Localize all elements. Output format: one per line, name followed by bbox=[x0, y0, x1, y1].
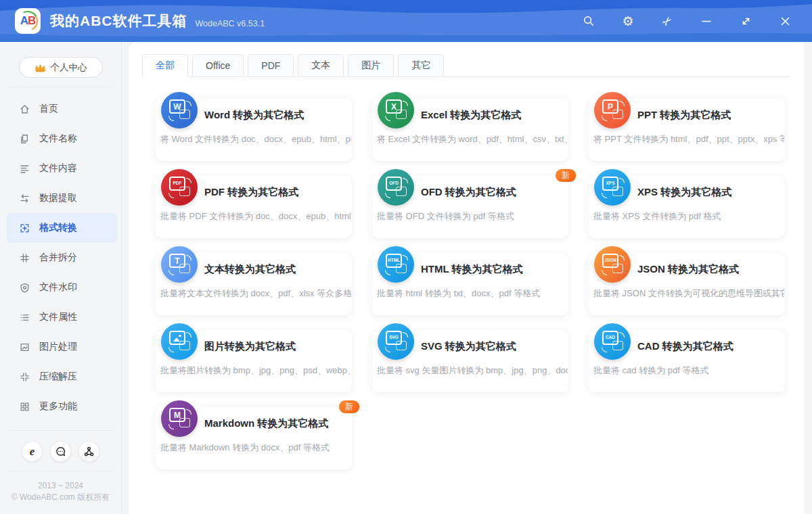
tab-label: PDF bbox=[261, 60, 280, 71]
boss-key-button[interactable]: ✂ bbox=[660, 14, 674, 28]
sidebar-item-label: 文件内容 bbox=[39, 162, 77, 174]
tab-other[interactable]: 其它 bbox=[398, 54, 444, 77]
sidebar-item-watermark[interactable]: 文件水印 bbox=[7, 273, 117, 302]
tab-text[interactable]: 文本 bbox=[298, 54, 344, 77]
sidebar-nav: 首页 文件名称 文件内容 数据提取 格式转换 合并拆分 文件水印 文件属性 图片… bbox=[0, 94, 121, 421]
format-chip-icon: PDF bbox=[169, 177, 185, 191]
sidebar-item-label: 文件名称 bbox=[39, 133, 77, 145]
compress-icon bbox=[19, 371, 30, 383]
sidebar-item-home[interactable]: 首页 bbox=[7, 94, 117, 124]
card-description: 批量将 JSON 文件转换为可视化的思维导图或其它格 bbox=[593, 287, 784, 300]
card-description: 将 Excel 文件转换为 word、pdf、html、csv、txt、s bbox=[377, 133, 568, 145]
home-icon bbox=[19, 103, 30, 115]
card-svg[interactable]: SVG SVG 转换为其它格式 批量将 svg 矢量图片转换为 bmp、jpg、… bbox=[372, 330, 568, 392]
card-pdf[interactable]: PDF PDF 转换为其它格式 批量将 PDF 文件转换为 doc、docx、e… bbox=[156, 176, 352, 238]
card-text[interactable]: T 文本转换为其它格式 批量将文本文件转换为 docx、pdf、xlsx 等众多… bbox=[156, 253, 352, 315]
convert-arrow-icon bbox=[602, 347, 607, 352]
tab-label: 全部 bbox=[156, 60, 175, 72]
sidebar-item-data-extract[interactable]: 数据提取 bbox=[7, 183, 117, 213]
convert-arrow-icon bbox=[602, 270, 607, 275]
card-title: HTML 转换为其它格式 bbox=[421, 263, 523, 276]
share-button[interactable] bbox=[78, 441, 99, 462]
feedback-button[interactable] bbox=[50, 441, 71, 462]
card-title: SVG 转换为其它格式 bbox=[421, 340, 516, 353]
minimize-icon bbox=[701, 16, 712, 26]
tab-pdf[interactable]: PDF bbox=[248, 54, 294, 77]
tab-label: 其它 bbox=[411, 60, 430, 72]
convert-arrow-icon bbox=[403, 178, 408, 183]
sidebar-item-label: 合并拆分 bbox=[39, 252, 77, 264]
settings-button[interactable]: ⚙ bbox=[621, 14, 635, 28]
image-process-icon bbox=[19, 342, 30, 353]
card-json[interactable]: JSON JSON 转换为其它格式 批量将 JSON 文件转换为可视化的思维导图… bbox=[589, 253, 785, 315]
chat-bubble-icon bbox=[55, 446, 66, 457]
card-title: 图片转换为其它格式 bbox=[204, 340, 296, 353]
minimize-button[interactable] bbox=[700, 14, 713, 28]
close-button[interactable] bbox=[778, 14, 792, 28]
tab-image[interactable]: 图片 bbox=[348, 54, 394, 77]
convert-arrow-icon bbox=[168, 116, 174, 121]
format-chip-icon: P bbox=[602, 99, 618, 114]
sidebar-item-file-content[interactable]: 文件内容 bbox=[7, 154, 117, 183]
sidebar-item-label: 格式转换 bbox=[39, 222, 77, 234]
card-ofd[interactable]: OFD OFD 转换为其它格式 批量将 OFD 文件转换为 pdf 等格式 新 bbox=[372, 176, 568, 238]
maximize-button[interactable] bbox=[739, 14, 752, 28]
file-content-icon bbox=[19, 163, 30, 174]
card-ppt[interactable]: P PPT 转换为其它格式 将 PPT 文件转换为 html、pdf、ppt、p… bbox=[589, 99, 785, 161]
card-image[interactable]: 图片转换为其它格式 批量将图片转换为 bmp、jpg、png、psd、webp、 bbox=[156, 330, 352, 392]
convert-arrow-icon bbox=[186, 101, 191, 106]
logo-ring-icon bbox=[15, 8, 41, 34]
sidebar-item-compress[interactable]: 压缩解压 bbox=[7, 362, 117, 392]
sidebar-item-file-props[interactable]: 文件属性 bbox=[7, 302, 117, 332]
window-controls: ⚙ ✂ bbox=[582, 14, 797, 28]
card-word[interactable]: W Word 转换为其它格式 将 Word 文件转换为 doc、docx、epu… bbox=[156, 99, 352, 161]
format-chip-icon: HTML bbox=[386, 254, 402, 268]
sidebar: 个人中心 首页 文件名称 文件内容 数据提取 格式转换 合并拆分 文件水印 文件… bbox=[0, 42, 129, 514]
ie-browser-icon: e bbox=[30, 445, 35, 459]
sidebar-item-merge-split[interactable]: 合并拆分 bbox=[7, 243, 117, 273]
watermark-icon bbox=[19, 282, 30, 294]
convert-arrow-icon bbox=[403, 332, 408, 337]
format-chip-icon: XPS bbox=[602, 177, 618, 191]
search-icon bbox=[583, 15, 595, 27]
sidebar-item-image-process[interactable]: 图片处理 bbox=[7, 332, 117, 362]
sidebar-footer: 2013 ~ 2024 © WodeABC.com 版权所有 bbox=[0, 480, 121, 503]
copyright-text: © WodeABC.com 版权所有 bbox=[0, 492, 121, 503]
card-title: PDF 转换为其它格式 bbox=[204, 186, 298, 199]
format-chip-icon bbox=[169, 331, 185, 345]
card-cad[interactable]: CAD CAD 转换为其它格式 批量将 cad 转换为 pdf 等格式 bbox=[589, 330, 785, 392]
tab-all[interactable]: 全部 bbox=[142, 54, 188, 77]
card-markdown[interactable]: M Markdown 转换为其它格式 批量将 Markdown 转换为 docx… bbox=[156, 407, 352, 469]
sidebar-item-more-features[interactable]: 更多功能 bbox=[7, 392, 117, 421]
app-version: WodeABC v6.53.1 bbox=[196, 19, 265, 28]
sidebar-item-file-name[interactable]: 文件名称 bbox=[7, 124, 117, 154]
tab-label: 图片 bbox=[361, 60, 380, 72]
titlebar: AB 我的ABC软件工具箱 WodeABC v6.53.1 ⚙ ✂ bbox=[0, 0, 812, 42]
card-description: 批量将 XPS 文件转换为 pdf 格式 bbox=[593, 210, 784, 223]
search-button[interactable] bbox=[582, 14, 595, 28]
card-excel[interactable]: X Excel 转换为其它格式 将 Excel 文件转换为 word、pdf、h… bbox=[372, 99, 568, 161]
card-xps[interactable]: XPS XPS 转换为其它格式 批量将 XPS 文件转换为 pdf 格式 bbox=[589, 176, 785, 238]
main-panel: 全部 Office PDF 文本 图片 其它 W Word 转换为其它格式 将 … bbox=[129, 42, 804, 514]
scissors-icon: ✂ bbox=[660, 14, 675, 28]
convert-arrow-icon bbox=[168, 424, 174, 429]
personal-center-button[interactable]: 个人中心 bbox=[19, 57, 103, 78]
personal-center-label: 个人中心 bbox=[51, 62, 87, 74]
data-extract-icon bbox=[19, 193, 30, 204]
tool-card-grid: W Word 转换为其它格式 将 Word 文件转换为 doc、docx、epu… bbox=[156, 99, 804, 469]
close-icon bbox=[780, 16, 791, 27]
browser-button[interactable]: e bbox=[22, 441, 43, 462]
maximize-icon bbox=[740, 16, 752, 27]
file-name-icon bbox=[19, 133, 30, 145]
card-title: PPT 转换为其它格式 bbox=[637, 109, 731, 122]
card-html[interactable]: HTML HTML 转换为其它格式 批量将 html 转换为 txt、docx、… bbox=[372, 253, 568, 315]
tab-label: 文本 bbox=[311, 60, 330, 72]
card-title: Word 转换为其它格式 bbox=[204, 109, 304, 122]
card-description: 批量将 cad 转换为 pdf 等格式 bbox=[593, 365, 784, 377]
sidebar-item-format-convert[interactable]: 格式转换 bbox=[7, 213, 117, 243]
tab-office[interactable]: Office bbox=[192, 54, 244, 77]
card-description: 批量将 Markdown 转换为 docx、pdf 等格式 bbox=[160, 442, 351, 454]
card-title: Markdown 转换为其它格式 bbox=[204, 417, 328, 430]
sidebar-item-label: 压缩解压 bbox=[39, 371, 77, 383]
card-title: 文本转换为其它格式 bbox=[204, 263, 296, 276]
